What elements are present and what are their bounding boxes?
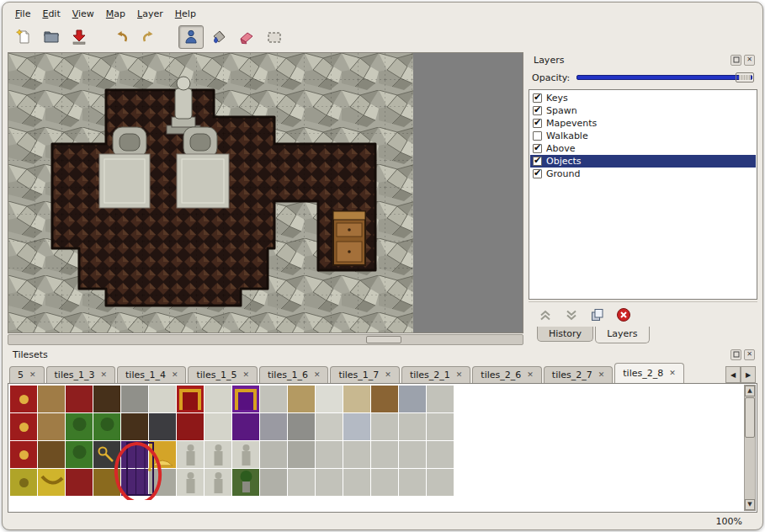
layer-checkbox[interactable] <box>533 144 542 153</box>
tab-layers[interactable]: Layers <box>595 327 649 343</box>
tileset-tab-label: tiles_1_5 <box>196 370 236 380</box>
new-file-icon <box>15 29 32 45</box>
tileset-vscroll-thumb[interactable] <box>745 397 755 438</box>
tilesets-float-button[interactable] <box>730 349 741 360</box>
menu-edit[interactable]: Edit <box>36 7 66 21</box>
new-map-button[interactable] <box>11 25 36 49</box>
layer-checkbox[interactable] <box>533 93 542 103</box>
redo-button[interactable] <box>136 25 162 49</box>
tab-scroll-right-button[interactable]: ▶ <box>741 366 756 383</box>
layer-checkbox[interactable] <box>533 131 542 141</box>
stamp-tool-button[interactable] <box>178 25 204 49</box>
layer-actions <box>529 301 757 327</box>
tab-close-icon[interactable]: ✕ <box>669 370 676 377</box>
map-hscroll-thumb[interactable] <box>366 336 401 343</box>
layer-name: Walkable <box>546 130 588 141</box>
layers-panel: Layers ✕ Opacity: Keys <box>529 52 757 345</box>
menu-help[interactable]: Help <box>169 7 202 21</box>
save-map-button[interactable] <box>66 25 92 49</box>
eraser-tool-button[interactable] <box>234 25 259 49</box>
tab-history[interactable]: History <box>537 327 593 342</box>
fill-bucket-icon <box>210 29 227 45</box>
tileset-tab[interactable]: tiles_1_5 ✕ <box>188 366 257 383</box>
tileset-canvas[interactable]: ▲ ▼ <box>8 383 757 513</box>
menu-map[interactable]: Map <box>100 7 131 21</box>
open-map-button[interactable] <box>39 25 64 49</box>
layer-row-walkable[interactable]: Walkable <box>530 130 756 142</box>
tileset-tab-label: tiles_2_6 <box>481 370 521 380</box>
scroll-down-button[interactable]: ▼ <box>745 499 755 510</box>
tab-scroll-left-button[interactable]: ◀ <box>725 366 741 383</box>
duplicate-layer-button[interactable] <box>589 306 606 323</box>
tileset-tab[interactable]: tiles_1_7 ✕ <box>330 366 399 383</box>
tileset-tab[interactable]: tiles_1_6 ✕ <box>259 366 328 383</box>
opacity-slider[interactable] <box>576 72 754 83</box>
tab-close-icon[interactable]: ✕ <box>598 371 605 379</box>
tab-close-icon[interactable]: ✕ <box>100 371 107 379</box>
stamp-icon <box>183 29 199 45</box>
map-canvas[interactable] <box>8 52 523 333</box>
tileset-tab[interactable]: 5 ✕ <box>9 366 45 383</box>
layer-checkbox[interactable] <box>533 119 542 128</box>
layer-checkbox[interactable] <box>533 169 542 178</box>
layer-row-ground[interactable]: Ground <box>530 168 756 180</box>
tileset-tab[interactable]: tiles_1_3 ✕ <box>46 366 115 383</box>
scroll-up-button[interactable]: ▲ <box>745 386 755 396</box>
tab-close-icon[interactable]: ✕ <box>172 371 178 379</box>
float-icon <box>733 56 740 63</box>
menu-view[interactable]: View <box>66 7 100 21</box>
delete-layer-icon <box>616 307 631 322</box>
tileset-tab[interactable]: tiles_2_1 ✕ <box>401 366 470 383</box>
lower-layer-button[interactable] <box>563 306 580 323</box>
layer-row-keys[interactable]: Keys <box>530 92 756 104</box>
tilesets-panel: Tilesets ✕ 5 ✕ tiles_1_3 ✕ tiles_1_4 ✕ t <box>8 347 757 513</box>
tilesets-close-button[interactable]: ✕ <box>744 349 755 360</box>
tileset-tab[interactable]: tiles_1_4 ✕ <box>117 366 186 383</box>
close-icon: ✕ <box>746 351 752 358</box>
layers-close-button[interactable]: ✕ <box>744 55 755 66</box>
tileset-tab-label: tiles_1_6 <box>268 370 308 380</box>
tileset-tab-label: tiles_2_1 <box>410 370 450 380</box>
redo-icon <box>141 29 157 45</box>
tileset-tab[interactable]: tiles_2_6 ✕ <box>472 366 541 383</box>
layer-checkbox[interactable] <box>533 157 542 166</box>
tab-close-icon[interactable]: ✕ <box>385 371 391 379</box>
raise-layer-button[interactable] <box>537 306 554 323</box>
raise-layer-icon <box>538 307 553 322</box>
map-image <box>8 53 413 333</box>
delete-layer-button[interactable] <box>615 306 632 323</box>
layer-checkbox[interactable] <box>533 106 542 115</box>
opacity-slider-track[interactable] <box>576 75 752 80</box>
layer-row-spawn[interactable]: Spawn <box>530 104 756 117</box>
select-tool-button[interactable] <box>262 25 287 49</box>
tilesets-panel-title: Tilesets <box>13 349 728 360</box>
layer-row-objects[interactable]: Objects <box>530 155 756 168</box>
duplicate-layer-icon <box>590 307 605 322</box>
menubar: File Edit View Map Layer Help <box>3 3 762 22</box>
tab-scroll-buttons: ◀ ▶ <box>725 366 756 383</box>
tileset-vertical-scrollbar[interactable]: ▲ ▼ <box>744 385 756 511</box>
tileset-tab[interactable]: tiles_2_7 ✕ <box>544 366 613 383</box>
open-folder-icon <box>43 29 60 45</box>
tab-close-icon[interactable]: ✕ <box>314 371 321 379</box>
tab-close-icon[interactable]: ✕ <box>527 371 534 379</box>
tab-close-icon[interactable]: ✕ <box>242 371 249 379</box>
tab-close-icon[interactable]: ✕ <box>456 371 463 379</box>
statusbar: 100% <box>3 513 762 529</box>
menu-layer[interactable]: Layer <box>131 7 169 21</box>
undo-button[interactable] <box>109 25 134 49</box>
tileset-tab-label: tiles_2_8 <box>623 368 663 379</box>
opacity-slider-handle[interactable] <box>736 72 754 82</box>
tileset-tab[interactable]: tiles_2_8 ✕ <box>614 363 683 383</box>
layer-name: Above <box>546 143 576 154</box>
layer-row-mapevents[interactable]: Mapevents <box>530 117 756 130</box>
map-horizontal-scrollbar[interactable] <box>8 334 523 345</box>
app-window: File Edit View Map Layer Help <box>2 2 763 530</box>
tab-close-icon[interactable]: ✕ <box>29 371 36 379</box>
layer-row-above[interactable]: Above <box>530 142 756 155</box>
layers-titlebar: Layers ✕ <box>529 52 757 67</box>
layers-float-button[interactable] <box>730 55 741 66</box>
menu-file[interactable]: File <box>9 7 36 21</box>
fill-tool-button[interactable] <box>206 25 231 49</box>
layer-name: Objects <box>546 156 582 167</box>
